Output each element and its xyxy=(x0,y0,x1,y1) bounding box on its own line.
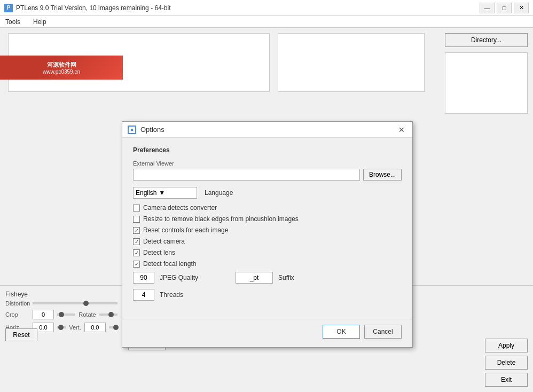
menu-help[interactable]: Help xyxy=(31,17,49,27)
dialog-content: Preferences External Viewer Browse... En… xyxy=(122,138,412,315)
external-viewer-input[interactable] xyxy=(133,169,360,181)
vert-track[interactable] xyxy=(109,326,117,328)
checkbox-detect-camera: ✓ Detect camera xyxy=(133,238,402,245)
distortion-label: Distortion xyxy=(5,300,29,307)
apply-button[interactable]: Apply xyxy=(485,339,528,352)
right-panel-box xyxy=(445,52,528,114)
camera-converter-label: Camera detects converter xyxy=(143,204,217,211)
checkbox-resize-black: Resize to remove black edges from pincus… xyxy=(133,215,402,223)
detect-focal-label: Detect focal length xyxy=(143,260,196,268)
reset-button[interactable]: Reset xyxy=(5,328,37,341)
distortion-row: Distortion xyxy=(5,300,117,307)
options-dialog: ■ Options ✕ Preferences External Viewer … xyxy=(122,121,413,348)
right-sidebar: Directory... xyxy=(445,33,528,114)
reset-controls-checkbox[interactable]: ✓ xyxy=(133,227,140,234)
threads-label: Threads xyxy=(160,291,183,299)
crop-row: Crop 0 Rotate xyxy=(5,310,117,319)
detect-camera-label: Detect camera xyxy=(143,238,185,245)
directory-button[interactable]: Directory... xyxy=(445,33,528,47)
distortion-track[interactable] xyxy=(33,302,117,304)
rotate-thumb[interactable] xyxy=(108,312,114,317)
bottom-left: Fisheye Distortion Crop 0 Rotate Horiz xyxy=(0,285,123,392)
dialog-title-text: Options xyxy=(140,126,392,134)
watermark-line2: www.pc0359.cn xyxy=(43,69,80,75)
rotate-track[interactable] xyxy=(99,313,117,316)
minimize-button[interactable]: — xyxy=(480,3,495,13)
distortion-thumb[interactable] xyxy=(83,301,89,306)
vert-thumb[interactable] xyxy=(113,325,119,330)
browse-button[interactable]: Browse... xyxy=(363,169,402,181)
language-select[interactable]: English ▼ xyxy=(133,187,197,199)
crop-thumb[interactable] xyxy=(59,312,64,317)
language-arrow: ▼ xyxy=(159,189,165,197)
title-bar: P PTLens 9.0 Trial Version, 10 images re… xyxy=(0,0,533,16)
app-icon: P xyxy=(4,4,13,12)
dialog-title-bar: ■ Options ✕ xyxy=(122,122,412,138)
horiz-thumb[interactable] xyxy=(58,325,64,330)
fisheye-label: Fisheye xyxy=(5,291,117,298)
menu-tools[interactable]: Tools xyxy=(3,17,22,27)
dialog-section-label: Preferences xyxy=(133,146,402,154)
dialog-cancel-button[interactable]: Cancel xyxy=(364,325,402,339)
top-right-panel xyxy=(278,33,425,92)
camera-converter-checkbox[interactable] xyxy=(133,205,140,211)
checkbox-camera-converter: Camera detects converter xyxy=(133,204,402,211)
external-viewer-row: Browse... xyxy=(133,169,402,181)
main-area: 河源软件网 www.pc0359.cn Directory... Fisheye… xyxy=(0,28,533,392)
language-label: Language xyxy=(205,189,233,197)
checkbox-reset-controls: ✓ Reset controls for each image xyxy=(133,226,402,234)
delete-button[interactable]: Delete xyxy=(485,356,528,370)
crop-label: Crop xyxy=(5,311,29,318)
external-viewer-label: External Viewer xyxy=(133,160,402,167)
suffix-label: Suffix xyxy=(278,274,294,281)
resize-black-label: Resize to remove black edges from pincus… xyxy=(143,215,299,223)
checkbox-detect-focal: ✓ Detect focal length xyxy=(133,260,402,268)
detect-camera-checkbox[interactable]: ✓ xyxy=(133,238,140,245)
maximize-button[interactable]: □ xyxy=(497,3,512,13)
action-buttons: Apply Delete Exit xyxy=(485,339,528,387)
crop-input[interactable]: 0 xyxy=(33,310,54,319)
vert-label: Vert. xyxy=(69,324,81,331)
detect-lens-label: Detect lens xyxy=(143,249,175,256)
jpeg-quality-label: JPEG Quality xyxy=(160,274,198,281)
close-button[interactable]: ✕ xyxy=(514,3,529,13)
crop-track[interactable] xyxy=(57,313,75,316)
dialog-footer: OK Cancel xyxy=(122,319,412,347)
checkbox-detect-lens: ✓ Detect lens xyxy=(133,249,402,256)
horiz-track[interactable] xyxy=(57,326,66,328)
dialog-ok-button[interactable]: OK xyxy=(323,325,360,339)
resize-black-checkbox[interactable] xyxy=(133,216,140,223)
dialog-close-button[interactable]: ✕ xyxy=(396,124,407,135)
detect-lens-checkbox[interactable]: ✓ xyxy=(133,249,140,256)
watermark-line1: 河源软件网 xyxy=(47,61,76,69)
suffix-input[interactable]: _pt xyxy=(236,272,273,284)
title-bar-text: PTLens 9.0 Trial Version, 10 images rema… xyxy=(16,4,480,12)
vert-input[interactable]: 0.0 xyxy=(84,323,106,332)
language-value: English xyxy=(136,189,156,197)
watermark: 河源软件网 www.pc0359.cn xyxy=(0,56,123,80)
rotate-label: Rotate xyxy=(79,311,96,318)
exit-button[interactable]: Exit xyxy=(485,373,528,387)
menu-bar: Tools Help xyxy=(0,16,533,28)
reset-controls-label: Reset controls for each image xyxy=(143,226,228,234)
language-row: English ▼ Language xyxy=(133,187,402,199)
dialog-title-icon: ■ xyxy=(128,126,136,134)
detect-focal-checkbox[interactable]: ✓ xyxy=(133,261,140,268)
jpeg-quality-input[interactable]: 90 xyxy=(133,272,154,284)
quality-row: 90 JPEG Quality _pt Suffix xyxy=(133,272,402,284)
title-bar-controls: — □ ✕ xyxy=(480,3,529,13)
threads-row: 4 Threads xyxy=(133,289,402,301)
threads-input[interactable]: 4 xyxy=(133,289,154,301)
